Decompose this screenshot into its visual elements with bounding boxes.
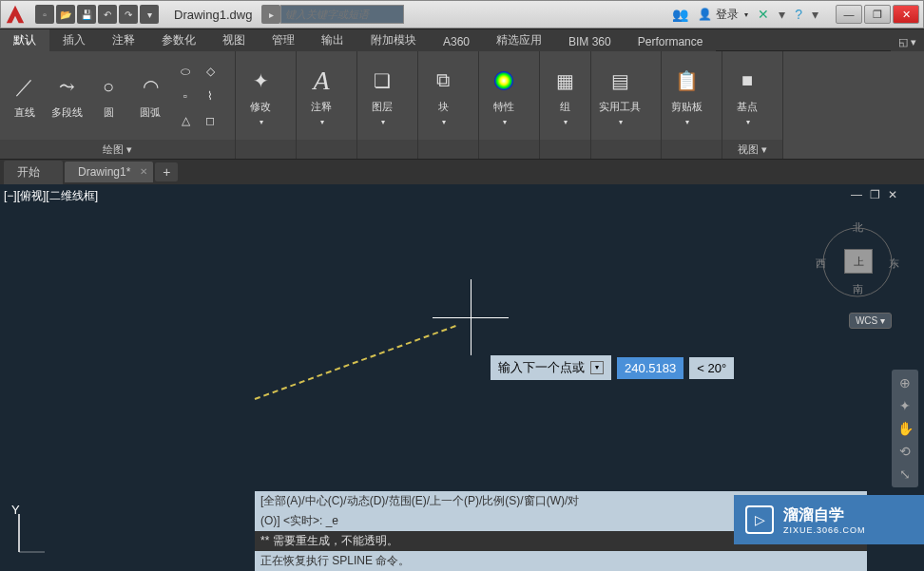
search-box[interactable] — [280, 5, 404, 24]
ribbon-expand-button[interactable]: ◱ ▾ — [891, 33, 924, 51]
small-tool-4[interactable]: ⌇ — [200, 86, 221, 106]
ribbon-tab-performance[interactable]: Performance — [625, 32, 717, 51]
small-tool-6[interactable]: ◻ — [200, 110, 221, 131]
dynamic-distance-input[interactable]: 240.5183 — [617, 357, 683, 379]
wcs-dropdown[interactable]: WCS ▾ — [849, 313, 892, 329]
ucs-icon[interactable]: Y — [11, 509, 49, 560]
tool-polyline[interactable]: ⤳多段线 — [49, 71, 84, 120]
ribbon-tab-annotate[interactable]: 注释 — [99, 29, 148, 51]
tool-label: 基点 — [737, 100, 758, 114]
tool-arc[interactable]: ◠圆弧 — [133, 71, 167, 120]
nav-orbit[interactable]: ⟲ — [899, 444, 911, 459]
qat-new[interactable]: ▫ — [35, 5, 54, 24]
panel-title — [418, 140, 478, 159]
tool-label: 特性 — [493, 100, 514, 114]
tool-block[interactable]: ⧉块▾ — [426, 66, 460, 126]
vp-close[interactable]: ✕ — [888, 188, 897, 201]
ribbon-tab-parametric[interactable]: 参数化 — [148, 29, 209, 51]
nav-zoom[interactable]: ⤡ — [899, 466, 911, 482]
tool-utilities[interactable]: ▤实用工具▾ — [599, 66, 641, 126]
viewcube-top[interactable]: 上 — [844, 249, 873, 274]
tool-properties[interactable]: 特性▾ — [487, 66, 521, 126]
nav-wheel[interactable]: ✦ — [899, 398, 911, 413]
ribbon-tab-manage[interactable]: 管理 — [259, 29, 308, 51]
ribbon-tab-insert[interactable]: 插入 — [49, 29, 99, 51]
drawing-viewport[interactable]: [−][俯视][二维线框] — ❐ ✕ 输入下一个点或 ▾ 240.5183 <… — [0, 184, 924, 571]
qat-undo[interactable]: ↶ — [98, 5, 117, 24]
watermark-title: 溜溜自学 — [783, 505, 866, 525]
panel-annotate: A注释▾ — [297, 51, 357, 159]
draw-small-tools: ⬭◇ ▫⌇ △◻ — [175, 61, 221, 131]
new-tab-button[interactable]: + — [155, 162, 178, 181]
vp-maximize[interactable]: ❐ — [870, 188, 880, 201]
close-button[interactable]: ✕ — [893, 5, 919, 24]
prompt-text: 输入下一个点或 — [498, 359, 585, 376]
ribbon-tabs: 默认 插入 注释 参数化 视图 管理 输出 附加模块 A360 精选应用 BIM… — [0, 29, 924, 51]
panel-properties: 特性▾ — [479, 51, 540, 159]
tool-label: 剪贴板 — [671, 100, 703, 114]
help-dropdown-icon[interactable]: ▾ — [812, 7, 818, 22]
ribbon-tab-bim360[interactable]: BIM 360 — [555, 32, 625, 51]
maximize-button[interactable]: ❐ — [864, 5, 891, 24]
spline-preview — [255, 325, 456, 400]
tool-group[interactable]: ▦组▾ — [548, 66, 582, 126]
ribbon-tab-view[interactable]: 视图 — [209, 29, 259, 51]
qat-open[interactable]: 📂 — [56, 5, 75, 24]
cmd-line: 正在恢复执行 SPLINE 命令。 — [255, 551, 867, 571]
nav-pan[interactable]: ✋ — [897, 421, 914, 436]
dynamic-angle-input[interactable]: < 20° — [689, 357, 734, 379]
tool-label: 修改 — [250, 100, 271, 114]
compass-north[interactable]: 北 — [853, 220, 863, 235]
chevron-down-icon: ▾ — [381, 118, 385, 126]
tool-clipboard[interactable]: 📋剪贴板▾ — [669, 66, 703, 126]
ribbon-tab-featured[interactable]: 精选应用 — [483, 29, 555, 51]
file-tab-start[interactable]: 开始 — [4, 161, 63, 184]
exchange-icon[interactable]: ✕ — [758, 7, 769, 22]
qat-save[interactable]: 💾 — [77, 5, 96, 24]
minimize-button[interactable]: — — [836, 5, 862, 24]
nav-fullnav[interactable]: ⊕ — [899, 375, 911, 390]
tool-layer[interactable]: ❏图层▾ — [365, 66, 399, 126]
panel-title-draw[interactable]: 绘图 ▾ — [0, 140, 235, 159]
people-icon[interactable]: 👥 — [672, 7, 688, 22]
ribbon-tab-output[interactable]: 输出 — [308, 29, 357, 51]
small-tool-1[interactable]: ⬭ — [175, 61, 196, 82]
file-tab-label: Drawing1* — [78, 165, 130, 179]
ribbon-tab-a360[interactable]: A360 — [430, 32, 483, 51]
viewport-label[interactable]: [−][俯视][二维线框] — [4, 188, 98, 204]
compass-west[interactable]: 西 — [816, 257, 826, 271]
dropdown-icon[interactable]: ▾ — [779, 7, 785, 22]
prompt-options-icon[interactable]: ▾ — [590, 361, 604, 374]
search-input[interactable] — [280, 5, 404, 24]
dynamic-prompt: 输入下一个点或 ▾ — [491, 355, 611, 380]
vp-minimize[interactable]: — — [851, 188, 862, 201]
tool-basepoint[interactable]: ■基点▾ — [730, 66, 764, 126]
panel-title — [662, 140, 722, 159]
small-tool-5[interactable]: △ — [175, 110, 196, 131]
qat-dropdown[interactable]: ▾ — [140, 5, 159, 24]
panel-title-view[interactable]: 视图 ▾ — [722, 140, 782, 159]
tool-label: 圆弧 — [140, 105, 161, 120]
compass-south[interactable]: 南 — [853, 282, 863, 296]
ribbon-tab-default[interactable]: 默认 — [0, 29, 49, 51]
compass-east[interactable]: 东 — [889, 257, 899, 271]
tool-modify[interactable]: ✦修改▾ — [243, 66, 278, 126]
small-tool-3[interactable]: ▫ — [175, 86, 196, 106]
ribbon-tab-addins[interactable]: 附加模块 — [357, 29, 430, 51]
small-tool-2[interactable]: ◇ — [200, 61, 221, 82]
file-tab-drawing1[interactable]: Drawing1*✕ — [65, 162, 153, 182]
chevron-down-icon: ▾ — [320, 118, 324, 126]
tool-line[interactable]: ／直线 — [8, 71, 42, 120]
tool-annotate[interactable]: A注释▾ — [304, 66, 338, 126]
viewcube[interactable]: 北 南 东 西 上 — [819, 222, 895, 308]
tool-circle[interactable]: ○圆 — [91, 71, 125, 120]
login-button[interactable]: 👤 登录 ▾ — [698, 7, 748, 23]
panel-title — [236, 140, 296, 159]
tab-close-icon[interactable]: ✕ — [140, 166, 147, 177]
title-play-icon[interactable]: ▸ — [261, 5, 280, 24]
help-icon[interactable]: ? — [795, 7, 802, 22]
app-logo[interactable] — [1, 0, 29, 29]
panel-title — [479, 140, 539, 159]
qat-redo[interactable]: ↷ — [119, 5, 138, 24]
svg-point-0 — [494, 71, 513, 90]
